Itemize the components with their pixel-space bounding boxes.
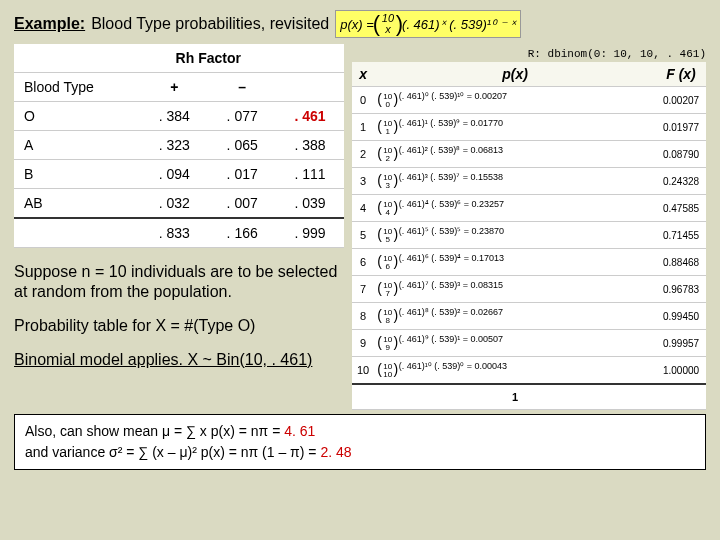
binomial-coefficient-icon: 107: [379, 282, 396, 298]
pmf-formula: p(x) = 10 x (. 461)ˣ (. 539)¹⁰ ⁻ ˣ: [335, 10, 521, 38]
table-row: 0100 (. 461)⁰ (. 539)¹⁰ = 0.002070.00207: [352, 87, 706, 114]
rh-factor-header: Rh Factor: [140, 44, 276, 73]
px-sum: 1: [374, 384, 656, 410]
mean-variance-box: Also, can show mean μ = ∑ x p(x) = nπ = …: [14, 414, 706, 470]
table-row: O. 384. 077. 461: [14, 102, 344, 131]
prose-prob-table: Probability table for X = #(Type O): [14, 316, 344, 336]
binomial-coefficient-icon: 104: [379, 201, 396, 217]
binomial-coefficient-icon: 101: [379, 120, 396, 136]
binomial-coefficient-icon: 10 x: [376, 13, 400, 35]
prose-suppose: Suppose n = 10 individuals are to be sel…: [14, 262, 344, 302]
binomial-coefficient-icon: 1010: [379, 363, 396, 379]
variance-text: and variance σ² = ∑ (x – μ)² p(x) = nπ (…: [25, 444, 317, 460]
binomial-coefficient-icon: 103: [379, 174, 396, 190]
table-row: 1101 (. 461)¹ (. 539)⁹ = 0.017700.01977: [352, 114, 706, 141]
slide-header: Example: Blood Type probabilities, revis…: [14, 10, 706, 38]
binomial-coefficient-icon: 105: [379, 228, 396, 244]
binomial-coefficient-icon: 106: [379, 255, 396, 271]
formula-lhs: p(x) =: [340, 17, 374, 32]
col-blood-type: Blood Type: [14, 73, 140, 102]
variance-value: 2. 48: [320, 444, 351, 460]
example-label: Example:: [14, 15, 85, 33]
table-row: 3103 (. 461)³ (. 539)⁷ = 0.155380.24328: [352, 168, 706, 195]
table-row: 7107 (. 461)⁷ (. 539)³ = 0.083150.96783: [352, 276, 706, 303]
table-row: A. 323. 065. 388: [14, 131, 344, 160]
prose-binomial: Binomial model applies. X ~ Bin(10, . 46…: [14, 350, 344, 370]
col-x: x: [352, 62, 374, 87]
table-row: 6106 (. 461)⁶ (. 539)⁴ = 0.170130.88468: [352, 249, 706, 276]
table-row: 101010 (. 461)¹⁰ (. 539)⁰ = 0.000431.000…: [352, 357, 706, 385]
col-rh-minus: –: [208, 73, 276, 102]
table-row: AB. 032. 007. 039: [14, 189, 344, 219]
binomial-coefficient-icon: 102: [379, 147, 396, 163]
table-row: B. 094. 017. 111: [14, 160, 344, 189]
table-totals: . 833. 166. 999: [14, 218, 344, 248]
table-row: 4104 (. 461)⁴ (. 539)⁶ = 0.232570.47585: [352, 195, 706, 222]
table-row: 5105 (. 461)⁵ (. 539)⁵ = 0.238700.71455: [352, 222, 706, 249]
mean-value: 4. 61: [284, 423, 315, 439]
mean-text: Also, can show mean μ = ∑ x p(x) = nπ =: [25, 423, 280, 439]
binomial-coefficient-icon: 108: [379, 309, 396, 325]
example-title: Blood Type probabilities, revisited: [91, 15, 329, 33]
blood-type-table: Rh Factor Blood Type + – O. 384. 077. 46…: [14, 44, 344, 248]
col-px: p(x): [374, 62, 656, 87]
formula-rhs: (. 461)ˣ (. 539)¹⁰ ⁻ ˣ: [402, 17, 516, 32]
binomial-coefficient-icon: 100: [379, 93, 396, 109]
table-row: 2102 (. 461)² (. 539)⁸ = 0.068130.08790: [352, 141, 706, 168]
table-row: 9109 (. 461)⁹ (. 539)¹ = 0.005070.99957: [352, 330, 706, 357]
table-row: 8108 (. 461)⁸ (. 539)² = 0.026670.99450: [352, 303, 706, 330]
col-fx: F (x): [656, 62, 706, 87]
col-rh-plus: +: [140, 73, 208, 102]
binomial-coefficient-icon: 109: [379, 336, 396, 352]
probability-table: x p(x) F (x) 0100 (. 461)⁰ (. 539)¹⁰ = 0…: [352, 62, 706, 410]
r-code: R: dbinom(0: 10, 10, . 461): [352, 48, 706, 60]
